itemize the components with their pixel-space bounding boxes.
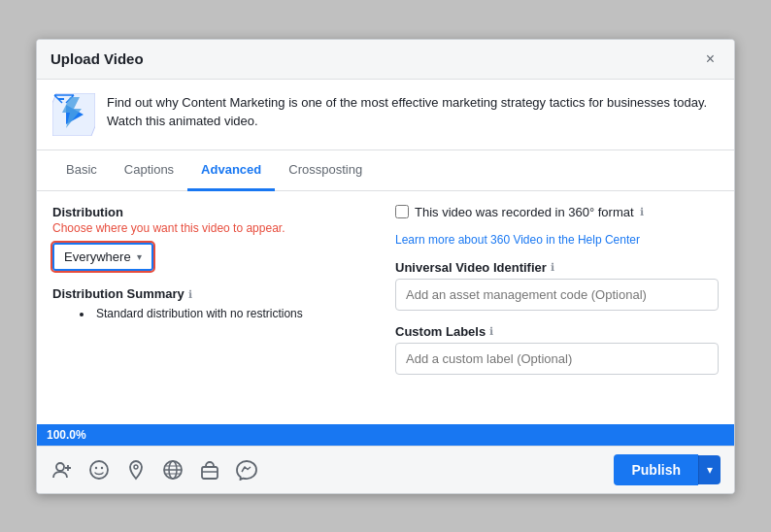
- publish-arrow-button[interactable]: ▾: [698, 455, 721, 484]
- 360-help-link[interactable]: Learn more about 360 Video in the Help C…: [395, 233, 719, 247]
- svg-point-3: [56, 463, 64, 471]
- distribution-summary-section: Distribution Summary ℹ Standard distribu…: [52, 286, 376, 320]
- custom-labels-info-icon[interactable]: ℹ: [489, 325, 493, 338]
- summary-item: Standard distribution with no restrictio…: [68, 307, 376, 320]
- progress-bar: 100.0%: [37, 424, 734, 446]
- video-icon: [52, 93, 95, 136]
- universal-identifier-section: Universal Video Identifier ℹ: [395, 260, 719, 311]
- dropdown-arrow-icon: ▾: [137, 251, 142, 262]
- custom-labels-section: Custom Labels ℹ: [395, 324, 719, 375]
- svg-rect-15: [202, 467, 218, 479]
- tabs-container: Basic Captions Advanced Crossposting: [37, 150, 734, 191]
- 360-format-row: This video was recorded in 360° format ℹ: [395, 205, 719, 219]
- tab-crossposting[interactable]: Crossposting: [275, 150, 376, 191]
- right-column: This video was recorded in 360° format ℹ…: [395, 205, 719, 411]
- left-column: Distribution Choose where you want this …: [52, 205, 376, 411]
- emoji-icon[interactable]: [87, 458, 111, 482]
- tab-content-advanced: Distribution Choose where you want this …: [37, 191, 734, 424]
- dialog-title: Upload Video: [50, 50, 144, 67]
- 360-format-label: This video was recorded in 360° format: [415, 205, 634, 219]
- svg-point-7: [95, 466, 97, 468]
- summary-info-icon[interactable]: ℹ: [188, 288, 192, 301]
- footer-icons: [50, 458, 258, 482]
- video-preview: Find out why Content Marketing is one of…: [37, 80, 734, 150]
- close-button[interactable]: ×: [700, 50, 721, 69]
- dialog-header: Upload Video ×: [37, 40, 734, 80]
- footer: Publish ▾: [37, 446, 734, 493]
- 360-format-checkbox[interactable]: [395, 205, 409, 218]
- progress-label: 100.0%: [47, 428, 86, 442]
- tab-advanced[interactable]: Advanced: [187, 150, 275, 191]
- svg-point-9: [134, 465, 138, 469]
- bag-icon[interactable]: [198, 458, 221, 482]
- distribution-summary-title: Distribution Summary: [52, 286, 184, 301]
- universal-identifier-info-icon[interactable]: ℹ: [551, 261, 554, 274]
- universal-identifier-label: Universal Video Identifier: [395, 260, 547, 275]
- distribution-dropdown[interactable]: Everywhere ▾: [52, 243, 153, 271]
- tab-basic[interactable]: Basic: [52, 150, 111, 191]
- add-person-icon[interactable]: [50, 458, 74, 482]
- distribution-dropdown-label: Everywhere: [64, 249, 131, 264]
- messenger-icon[interactable]: [235, 458, 258, 482]
- publish-group: Publish ▾: [614, 454, 721, 485]
- 360-info-icon[interactable]: ℹ: [640, 206, 644, 218]
- custom-labels-label: Custom Labels: [395, 324, 486, 339]
- tab-captions[interactable]: Captions: [111, 150, 187, 191]
- distribution-subtitle: Choose where you want this video to appe…: [52, 221, 376, 235]
- custom-labels-input[interactable]: [395, 343, 719, 375]
- location-icon[interactable]: [124, 458, 148, 482]
- upload-video-dialog: Upload Video × Find out why Content Mark…: [36, 39, 735, 494]
- universal-identifier-input[interactable]: [395, 279, 719, 311]
- svg-point-8: [101, 466, 103, 468]
- distribution-title: Distribution: [52, 205, 376, 219]
- svg-point-6: [90, 461, 108, 479]
- video-description: Find out why Content Marketing is one of…: [107, 93, 719, 131]
- distribution-section: Distribution Choose where you want this …: [52, 205, 376, 271]
- globe-icon[interactable]: [161, 458, 184, 482]
- publish-button[interactable]: Publish: [614, 454, 698, 485]
